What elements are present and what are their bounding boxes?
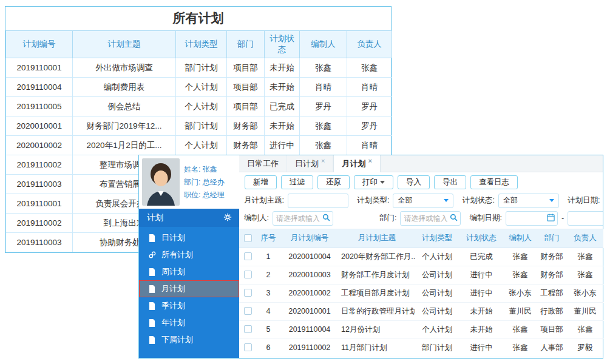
owner-link[interactable]: 张鑫 <box>567 320 603 339</box>
close-icon[interactable]: × <box>321 157 325 164</box>
cell: 肖晴 <box>347 78 392 97</box>
plan-id-link[interactable]: 2020010001 <box>280 302 339 320</box>
cell: 财务部门2019年12... <box>73 116 176 136</box>
row-checkbox[interactable] <box>244 325 252 333</box>
search-icon[interactable] <box>322 214 330 223</box>
plan-subject-link[interactable]: 12月份计划 <box>339 320 415 339</box>
cell-plan-type: 个人计划 <box>415 320 459 339</box>
owner-link[interactable]: 董川民 <box>567 302 603 320</box>
export-button[interactable]: 导出 <box>434 175 466 189</box>
dept-search-input[interactable] <box>404 214 450 223</box>
dept-search <box>400 211 461 226</box>
sidebar: 姓名: 张鑫 部门: 总经办 职位: 总经理 计划 日计划 所有计划 周计划 <box>139 155 239 358</box>
sidebar-item-daily-plan[interactable]: 日计划 <box>139 229 239 246</box>
plan-subject-link[interactable]: 11月部门计划 <box>339 339 415 357</box>
sidebar-item-label: 下属计划 <box>161 334 193 345</box>
sidebar-item-all-plans[interactable]: 所有计划 <box>139 246 239 263</box>
cell: 个人计划 <box>176 78 227 97</box>
plan-subject-link[interactable]: 日常的行政管理月计划 <box>339 302 415 320</box>
plan-subject-link[interactable]: 财务部工作月度计划 <box>339 266 415 284</box>
user-profile: 姓名: 张鑫 部门: 总经办 职位: 总经理 <box>139 155 239 209</box>
cell: 外出做市场调查 <box>73 58 176 78</box>
cell-dept: 项目部 <box>537 320 567 339</box>
tab-daily-work[interactable]: 日常工作 <box>239 155 287 172</box>
plan-id-link[interactable]: 2019110002 <box>280 339 339 357</box>
type-select[interactable]: 全部 <box>393 194 453 208</box>
cell: 财务部 <box>227 116 265 136</box>
owner-link[interactable]: 罗毅 <box>567 339 603 357</box>
view-log-button[interactable]: 查看日志 <box>470 175 518 189</box>
file-icon <box>148 234 156 242</box>
cell: 部门计划 <box>176 58 227 78</box>
cell: 项目部 <box>227 97 265 116</box>
tab-monthly-plan[interactable]: 月计划 × <box>333 155 380 172</box>
search-icon[interactable] <box>450 214 458 223</box>
import-button[interactable]: 导入 <box>398 175 430 189</box>
creator-filter-label: 编制人: <box>244 213 269 223</box>
column-header: 部门 <box>227 31 265 58</box>
cell-plan-status: 未开始 <box>459 302 504 320</box>
sidebar-item-label: 周计划 <box>161 266 185 277</box>
filter-button[interactable]: 过滤 <box>281 175 313 189</box>
cell-plan-type: 公司计划 <box>415 302 459 320</box>
caret-down-icon <box>380 181 385 184</box>
gear-icon[interactable] <box>223 213 232 223</box>
reset-button[interactable]: 还原 <box>317 175 350 189</box>
cell-plan-type: 个人计划 <box>415 248 459 266</box>
sidebar-item-yearly-plan[interactable]: 年计划 <box>139 314 239 331</box>
sidebar-title: 计划 <box>147 212 163 223</box>
row-checkbox[interactable] <box>244 307 252 315</box>
tab-label: 日常工作 <box>247 158 279 169</box>
cell-dept: 财务部 <box>537 248 567 266</box>
select-all-checkbox[interactable] <box>244 234 252 242</box>
cell-plan-status: 已完成 <box>459 248 504 266</box>
plan-subject-link[interactable]: 2020年财务部工作月... <box>339 248 415 266</box>
owner-link[interactable]: 张鑫 <box>567 248 603 266</box>
sidebar-item-subordinate-plans[interactable]: 下属计划 <box>139 331 239 348</box>
sidebar-item-monthly-plan[interactable]: 月计划 <box>139 280 239 297</box>
date-range-separator: - <box>561 214 564 223</box>
owner-link[interactable]: 张鑫 <box>567 266 603 284</box>
print-button[interactable]: 打印 <box>354 175 393 189</box>
plan-subject-link[interactable]: 工程项目部月度计划 <box>339 284 415 302</box>
row-checkbox[interactable] <box>244 271 252 278</box>
row-checkbox[interactable] <box>244 289 252 297</box>
cell: 罗丹 <box>347 116 392 136</box>
cell-plan-type: 部门计划 <box>415 339 459 357</box>
subject-filter-input[interactable] <box>288 194 348 208</box>
subject-filter-label: 月计划主题: <box>244 195 284 206</box>
row-checkbox[interactable] <box>244 252 252 260</box>
sidebar-item-weekly-plan[interactable]: 周计划 <box>139 263 239 280</box>
plan-id-link[interactable]: 2020010004 <box>280 248 339 266</box>
tab-daily-plan[interactable]: 日计划 × <box>287 155 333 172</box>
status-select[interactable]: 全部 <box>498 194 559 208</box>
creator-link[interactable]: 张鑫 <box>504 320 537 339</box>
cell-plan-status: 进行中 <box>459 266 504 284</box>
close-icon[interactable]: × <box>368 157 371 164</box>
row-checkbox[interactable] <box>244 343 252 351</box>
sidebar-item-quarterly-plan[interactable]: 季计划 <box>139 297 239 314</box>
tab-label: 日计划 <box>295 158 319 169</box>
create-date-from-input[interactable] <box>509 214 547 223</box>
create-date-to-input[interactable] <box>568 211 603 226</box>
plan-id-link[interactable]: 2020010002 <box>280 284 339 302</box>
plan-manager-window: 姓名: 张鑫 部门: 总经办 职位: 总经理 计划 日计划 所有计划 周计划 <box>138 155 603 359</box>
toolbar: 新增 过滤 还原 打印 导入 导出 查看日志 <box>239 172 603 192</box>
cell-dept: 人事部 <box>537 339 567 357</box>
row-checkbox-cell <box>239 248 256 266</box>
column-header: 计划主题 <box>73 31 176 58</box>
column-header: 月计划编号 <box>280 229 339 248</box>
creator-link[interactable]: 董川民 <box>504 302 537 320</box>
creator-link[interactable]: 张鑫 <box>504 339 537 357</box>
column-header: 编制人 <box>504 229 537 248</box>
add-button[interactable]: 新增 <box>245 175 277 189</box>
creator-link[interactable]: 张鑫 <box>504 248 537 266</box>
creator-search-input[interactable] <box>276 214 322 223</box>
creator-link[interactable]: 张小东 <box>504 284 537 302</box>
calendar-icon[interactable] <box>547 214 555 223</box>
creator-link[interactable]: 张鑫 <box>504 266 537 284</box>
plan-id-link[interactable]: 2019110004 <box>280 320 339 339</box>
owner-link[interactable]: 张小东 <box>567 284 603 302</box>
plan-id-link[interactable]: 2020010003 <box>280 266 339 284</box>
profile-department: 部门: 总经办 <box>184 176 225 189</box>
